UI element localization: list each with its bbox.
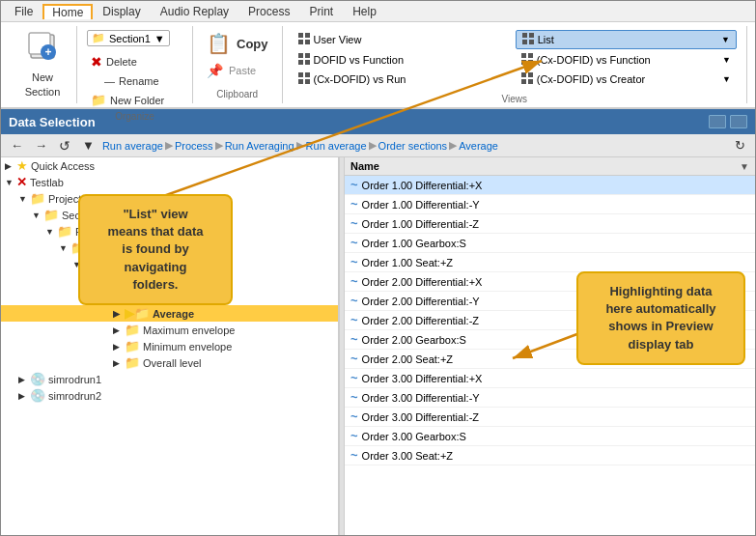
menu-audio-replay[interactable]: Audio Replay: [151, 3, 238, 20]
view-cx-dofid-run[interactable]: (Cx-DOFID) vs Run: [293, 71, 514, 88]
list-item-label: Order 1.00 Gearbox:S: [362, 238, 466, 249]
list-view-dropdown[interactable]: ▼: [721, 35, 730, 44]
list-item-label: Order 3.00 Differential:-Z: [362, 411, 479, 423]
ribbon-group-clipboard: 📋 Copy 📌 Paste Clipboard: [193, 26, 283, 103]
folder-icon: 📁: [125, 323, 140, 337]
breadcrumb-process[interactable]: Process: [175, 140, 213, 152]
wave-icon: ~: [350, 274, 358, 289]
new-section-button[interactable]: + NewSection: [18, 31, 67, 99]
nav-history-button[interactable]: ↺: [55, 137, 74, 155]
tree-item-minimum-envelope[interactable]: ▶📁Minimum envelope: [1, 338, 338, 354]
menu-display[interactable]: Display: [93, 3, 150, 20]
data-selection-title: Data Selection: [9, 115, 96, 129]
list-sort-icon[interactable]: ▼: [740, 161, 749, 172]
clipboard-label: Clipboard: [203, 87, 272, 99]
callout-highlight: Highlighting data here automatically sho…: [576, 271, 745, 365]
list-item-label: Order 1.00 Seat:+Z: [362, 257, 453, 268]
menu-file[interactable]: File: [5, 3, 42, 20]
svg-rect-21: [305, 72, 310, 77]
tree-item-label: simrodrun2: [48, 390, 101, 402]
breadcrumb-run-average2[interactable]: Run average: [306, 140, 367, 152]
view-cx-dofid-creator[interactable]: (Cx-DOFID) vs Creator ▼: [516, 71, 737, 88]
svg-rect-13: [305, 53, 310, 58]
copy-button[interactable]: 📋 Copy: [203, 30, 272, 57]
folder-filled-icon: ▶📁: [125, 306, 150, 321]
tree-item-label: Overall level: [143, 357, 202, 369]
breadcrumb-run-average[interactable]: Run average: [102, 140, 163, 152]
menu-home[interactable]: Home: [42, 4, 93, 19]
tree-item-simrodrun2[interactable]: ▶💿simrodrun2: [1, 387, 338, 404]
delete-icon: ✖: [91, 54, 102, 70]
grid-icon-cx1: [521, 53, 533, 67]
svg-rect-12: [298, 53, 303, 58]
new-folder-button[interactable]: 📁 New Folder: [87, 91, 168, 109]
callout-list-view: "List" view means that data is found by …: [78, 194, 233, 305]
cx-creator-dropdown[interactable]: ▼: [722, 74, 731, 84]
new-section-label: NewSection: [25, 71, 61, 99]
wave-icon: ~: [350, 332, 358, 347]
list-item[interactable]: ~ Order 1.00 Seat:+Z: [345, 253, 755, 272]
list-item[interactable]: ~ Order 1.00 Differential:+X: [345, 176, 755, 195]
section1-dropdown[interactable]: 📁 Section1 ▼: [87, 30, 170, 46]
list-header: Name ▼: [345, 157, 755, 176]
tree-item-label: Minimum envelope: [143, 341, 232, 353]
wave-icon: ~: [350, 390, 358, 405]
view-user-view[interactable]: User View: [293, 30, 514, 49]
new-folder-icon: 📁: [91, 93, 106, 107]
cx-func-dropdown[interactable]: ▼: [722, 55, 731, 65]
svg-rect-24: [521, 72, 526, 77]
list-item[interactable]: ~ Order 3.00 Differential:+X: [345, 369, 755, 388]
grid-icon-list: [522, 33, 534, 46]
wave-icon: ~: [350, 294, 358, 308]
panel-split-icon[interactable]: [709, 115, 726, 128]
svg-rect-19: [528, 60, 533, 65]
delete-button[interactable]: ✖ Delete: [87, 52, 141, 71]
nav-view-dropdown[interactable]: ▼: [78, 137, 98, 154]
ribbon-group-views: User View List ▼ DOFID vs Function: [283, 26, 748, 103]
grid-icon-cx2: [298, 72, 310, 86]
menu-process[interactable]: Process: [238, 3, 299, 20]
breadcrumb-average[interactable]: Average: [459, 140, 498, 152]
ribbon: + NewSection 📁 Section1 ▼ ✖ Delete: [1, 22, 755, 109]
list-item[interactable]: ~ Order 1.00 Gearbox:S: [345, 234, 755, 253]
folder-icon: 📁: [30, 191, 45, 206]
list-item-label: Order 1.00 Differential:-Z: [362, 218, 479, 230]
list-item-label: Order 2.00 Differential:+X: [362, 276, 483, 288]
list-item[interactable]: ~ Order 1.00 Differential:-Y: [345, 195, 755, 214]
tree-item-quick-access[interactable]: ▶★Quick Access: [1, 157, 338, 174]
disk-icon: 💿: [30, 388, 45, 403]
panel-maximize-icon[interactable]: [730, 115, 747, 128]
paste-icon: 📌: [207, 63, 223, 78]
view-dofid-function[interactable]: DOFID vs Function: [293, 51, 514, 69]
menu-print[interactable]: Print: [299, 3, 343, 20]
list-item[interactable]: ~ Order 3.00 Gearbox:S: [345, 427, 755, 446]
nav-forward-button[interactable]: →: [31, 137, 51, 154]
tree-item-testlab[interactable]: ▼✕Testlab: [1, 174, 338, 190]
list-item[interactable]: ~ Order 3.00 Seat:+Z: [345, 446, 755, 465]
collapse-icon: ▼: [18, 194, 30, 204]
collapse-icon: ▼: [5, 178, 16, 187]
list-item[interactable]: ~ Order 3.00 Differential:-Y: [345, 388, 755, 408]
list-item[interactable]: ~ Order 3.00 Differential:-Z: [345, 408, 755, 427]
paste-button[interactable]: 📌 Paste: [203, 61, 260, 80]
nav-refresh-button[interactable]: ↻: [731, 137, 749, 154]
tree-item-simrodrun1[interactable]: ▶💿simrodrun1: [1, 371, 338, 387]
tree-item-average[interactable]: ▶▶📁Average: [1, 305, 338, 322]
folder-icon: 📁: [43, 208, 59, 222]
list-item[interactable]: ~ Order 1.00 Differential:-Z: [345, 214, 755, 234]
breadcrumb-order-sections[interactable]: Order sections: [378, 140, 448, 152]
svg-rect-20: [298, 72, 303, 77]
view-cx-dofid-function[interactable]: (Cx-DOFID) vs Function ▼: [516, 51, 737, 69]
app-window: File Home Display Audio Replay Process P…: [0, 0, 756, 536]
list-item-label: Order 3.00 Differential:-Y: [362, 392, 480, 404]
nav-back-button[interactable]: ←: [7, 137, 27, 154]
view-list[interactable]: List ▼: [516, 30, 737, 49]
menu-help[interactable]: Help: [343, 3, 386, 20]
tree-item-label: Testlab: [30, 177, 64, 188]
tree-item-maximum-envelope[interactable]: ▶📁Maximum envelope: [1, 322, 338, 338]
wave-icon: ~: [350, 197, 358, 212]
rename-button[interactable]: — Rename: [87, 73, 163, 89]
breadcrumb-run-averaging[interactable]: Run Averaging: [225, 140, 294, 152]
svg-rect-15: [305, 60, 310, 65]
tree-item-overall-level[interactable]: ▶📁Overall level: [1, 354, 338, 371]
